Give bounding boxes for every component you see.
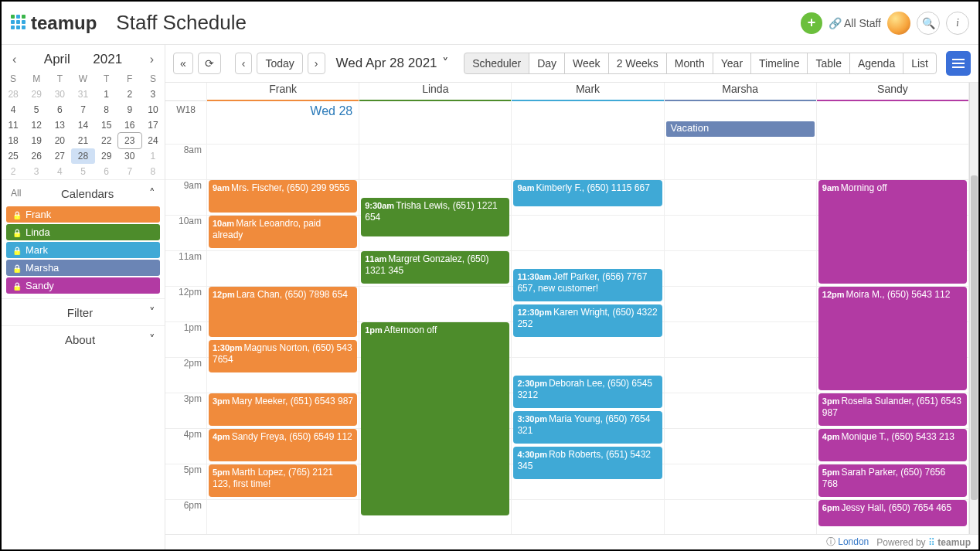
avatar[interactable] [887,12,910,35]
view-list[interactable]: List [903,53,937,74]
mini-day[interactable]: 28 [2,87,25,102]
view-2weeks[interactable]: 2 Weeks [608,53,667,74]
mini-day[interactable]: 24 [141,133,165,148]
allday-event[interactable]: Vacation [666,121,815,137]
view-week[interactable]: Week [564,53,609,74]
mini-day[interactable]: 31 [71,87,94,102]
about-header[interactable]: About ˅ [2,326,165,352]
hours-area[interactable] [665,145,816,534]
hours-area[interactable]: 9:30amTrisha Lewis, (651) 1221 65411amMa… [359,145,511,534]
mini-day[interactable]: 13 [48,117,71,133]
mini-day[interactable]: 21 [71,133,94,148]
hours-area[interactable]: 9amMrs. Fischer, (650) 299 955510amMark … [207,145,359,534]
mini-day[interactable]: 3 [141,87,165,102]
view-scheduler[interactable]: Scheduler [464,53,529,74]
mini-day[interactable]: 4 [2,102,25,117]
allday-cell[interactable] [817,101,968,145]
info-button[interactable]: i [946,12,969,35]
calendar-item[interactable]: Linda [6,224,160,240]
search-button[interactable]: 🔍 [917,12,940,35]
mini-day[interactable]: 17 [141,117,165,133]
view-month[interactable]: Month [666,53,713,74]
mini-day[interactable]: 27 [48,148,71,164]
view-year[interactable]: Year [713,53,751,74]
calendar-item[interactable]: Marsha [6,260,160,276]
allday-cell[interactable]: Wed 28 [207,101,359,145]
mini-day[interactable]: 19 [25,133,48,148]
today-button[interactable]: Today [257,53,302,74]
mini-prev-button[interactable]: ‹ [8,51,21,68]
refresh-button[interactable]: ⟳ [198,53,221,74]
mini-day[interactable]: 10 [141,102,165,117]
logo[interactable]: teamup [11,12,97,34]
event[interactable]: 12pmMoira M., (650) 5643 112 [818,287,967,390]
event[interactable]: 5pmSarah Parker, (650) 7656 768 [818,464,967,497]
event[interactable]: 6pmJessy Hall, (650) 7654 465 [818,500,967,526]
view-agenda[interactable]: Agenda [849,53,903,74]
mini-day[interactable]: 16 [118,117,141,133]
mini-day[interactable]: 22 [95,133,118,148]
date-picker[interactable]: Wed Apr 28 2021 ˅ [336,56,449,72]
mini-day[interactable]: 6 [48,102,71,117]
mini-day[interactable]: 1 [95,87,118,102]
mini-day[interactable]: 18 [2,133,25,148]
event[interactable]: 3pmRosella Sulander, (651) 6543 987 [818,393,967,426]
mini-day[interactable]: 23 [118,133,141,148]
prev-day-button[interactable]: ‹ [235,53,253,74]
add-button[interactable]: + [801,12,822,34]
event[interactable]: 12pmLara Chan, (650) 7898 654 [209,287,357,337]
event[interactable]: 1:30pmMagnus Norton, (650) 543 7654 [209,340,357,372]
mini-day[interactable]: 7 [71,102,94,117]
event[interactable]: 9:30amTrisha Lewis, (651) 1221 654 [361,198,509,236]
event[interactable]: 9amMorning off [818,180,967,284]
next-day-button[interactable]: › [308,53,325,74]
allday-cell[interactable]: Vacation [665,101,816,145]
mini-day[interactable]: 4 [48,164,71,179]
mini-day[interactable]: 2 [2,164,25,179]
event[interactable]: 3pmMary Meeker, (651) 6543 987 [209,393,357,426]
mini-day[interactable]: 6 [95,164,118,179]
view-day[interactable]: Day [529,53,565,74]
mini-day[interactable]: 28 [71,148,94,164]
allday-cell[interactable] [512,101,663,145]
scrollbar[interactable] [969,83,978,534]
mini-day[interactable]: 30 [118,148,141,164]
calendar-item[interactable]: Mark [6,242,160,258]
mini-day[interactable]: 14 [71,117,94,133]
calendar-item[interactable]: Frank [6,206,160,223]
event[interactable]: 12:30pmKaren Wright, (650) 4322 252 [513,304,662,337]
allday-cell[interactable] [359,101,511,145]
event[interactable]: 5pmMarth Lopez, (765) 2121 123, first ti… [209,464,357,497]
mini-day[interactable]: 25 [2,148,25,164]
mini-day[interactable]: 15 [95,117,118,133]
event[interactable]: 4pmMonique T., (650) 5433 213 [818,429,967,461]
mini-day[interactable]: 29 [25,87,48,102]
view-timeline[interactable]: Timeline [750,53,808,74]
calendar-item[interactable]: Sandy [6,277,160,294]
calendars-header[interactable]: All Calendars ˄ [2,180,165,206]
hours-area[interactable]: 9amMorning off12pmMoira M., (650) 5643 1… [817,145,968,534]
mini-day[interactable]: 9 [118,102,141,117]
mini-day[interactable]: 3 [25,164,48,179]
mini-day[interactable]: 7 [118,164,141,179]
event[interactable]: 11:30amJeff Parker, (656) 7767 657, new … [513,269,662,301]
menu-button[interactable] [946,51,971,76]
event[interactable]: 2:30pmDeborah Lee, (650) 6545 3212 [513,376,662,408]
mini-day[interactable]: 12 [25,117,48,133]
filter-header[interactable]: Filter ˅ [2,299,165,325]
mini-day[interactable]: 29 [95,148,118,164]
all-staff-link[interactable]: 🔗 All Staff [829,17,881,29]
view-table[interactable]: Table [807,53,849,74]
mini-day[interactable]: 1 [141,148,165,164]
event[interactable]: 11amMargret Gonzalez, (650) 1321 345 [361,251,509,284]
collapse-sidebar-button[interactable]: « [173,53,193,74]
mini-day[interactable]: 30 [48,87,71,102]
mini-day[interactable]: 5 [71,164,94,179]
event[interactable]: 1pmAfternoon off [361,322,509,515]
timezone-link[interactable]: London [838,536,869,547]
mini-day[interactable]: 2 [118,87,141,102]
event[interactable]: 9amMrs. Fischer, (650) 299 9555 [209,180,357,213]
event[interactable]: 9amKimberly F., (650) 1115 667 [513,180,662,206]
mini-day[interactable]: 26 [25,148,48,164]
event[interactable]: 4pmSandy Freya, (650) 6549 112 [209,429,357,461]
